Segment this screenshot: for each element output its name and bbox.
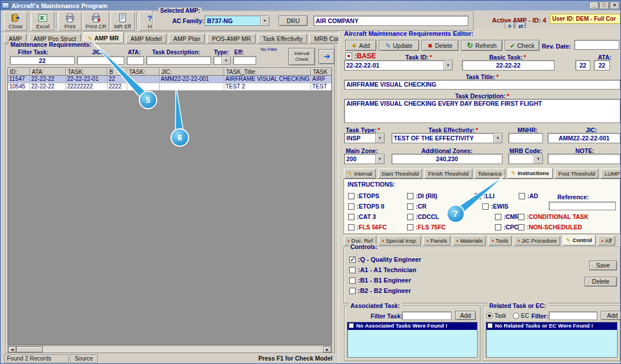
table-row[interactable]: 11547 22-22-22 22-22-22-01 22 AMM22-22-2…	[8, 76, 331, 83]
checkbox-di-rii[interactable]: :DI (RII)	[407, 192, 437, 199]
tab-jic-procedure[interactable]: ♦JIC Procedure	[514, 236, 560, 246]
checkbox-q-quality-engineer[interactable]: :Q - Quality Engineer	[349, 256, 421, 263]
grid-cell[interactable]: TEST	[311, 83, 332, 91]
filter-desc-input[interactable]	[146, 56, 211, 65]
filter-task-input[interactable]	[10, 56, 75, 65]
checkbox[interactable]	[407, 224, 413, 231]
title-bar[interactable]: Aircraft's Maintenance Program _ □ ✕	[1, 1, 620, 10]
print-cr-button[interactable]: Print CR	[83, 12, 109, 31]
scroll-left-button[interactable]: ◀	[8, 346, 16, 352]
tab-tolerance[interactable]: Tolerance	[475, 169, 505, 179]
tab-lump[interactable]: LUMP	[601, 169, 620, 179]
tab-tools[interactable]: ♦Tools	[489, 236, 512, 246]
grid-header-ata[interactable]: ATA:	[30, 68, 66, 76]
tab-instructions[interactable]: ✎Instructions	[508, 168, 553, 179]
mnhr-input[interactable]	[508, 133, 543, 143]
filter-eff-input[interactable]	[233, 56, 256, 65]
go-arrow-button[interactable]: ➔	[319, 49, 335, 64]
close-window-button[interactable]: ✕	[610, 2, 619, 9]
grid-cell[interactable]: 22222222	[66, 83, 108, 91]
checkbox[interactable]	[407, 203, 413, 210]
grid-cell[interactable]: 22-22-22	[30, 83, 66, 91]
filter-jic-input[interactable]	[77, 56, 124, 65]
print-button[interactable]: Print	[58, 12, 82, 31]
grid-cell[interactable]: AIRFRAME VISUAL CHECKING	[224, 76, 311, 83]
grid-header-b[interactable]: B	[108, 68, 127, 76]
checkbox-b1-engineer[interactable]: :B1 - B1 Engineer	[349, 277, 411, 284]
related-filter-input[interactable]	[549, 311, 597, 320]
refresh-button[interactable]: ↻Refresh	[461, 40, 502, 51]
related-ec-radio[interactable]: EC	[513, 312, 529, 319]
checkbox-cmr[interactable]: :CMR	[495, 213, 519, 220]
task-title-field[interactable]: AIRFRAME VISUAL CHECKING	[344, 80, 620, 90]
grid-horizontal-scrollbar[interactable]: ◀ ▶	[8, 346, 332, 353]
associated-add-button[interactable]: Add	[455, 311, 476, 320]
checkbox-ewis[interactable]: :EWIS	[482, 203, 508, 210]
effectivity-select[interactable]: TEST OF THE EFFECTIVITY ▼	[391, 133, 502, 143]
tab-interval[interactable]: ✎Interval	[344, 169, 376, 179]
tab-panels[interactable]: ♦Panels	[423, 236, 451, 246]
interval-check-button[interactable]: Interval Check	[289, 48, 315, 65]
scrollbar-thumb[interactable]	[16, 346, 43, 352]
rev-date-input[interactable]	[574, 40, 619, 50]
tab-post-threshold[interactable]: Post Threshold	[555, 169, 599, 179]
grid-cell[interactable]: 22-22-22-01	[66, 76, 108, 83]
checkbox[interactable]	[349, 288, 356, 294]
note-input[interactable]	[548, 154, 620, 164]
chevron-down-icon[interactable]: ▼	[375, 154, 384, 164]
scroll-right-button[interactable]: ▶	[323, 346, 331, 352]
radio-button[interactable]	[513, 313, 519, 319]
checkbox-conditional-task[interactable]: :CONDITIONAL TASK	[518, 213, 589, 220]
tab-pos-amp-mr[interactable]: POS-AMP MR	[207, 34, 255, 43]
checkbox[interactable]	[475, 193, 481, 199]
additional-zones-input[interactable]	[391, 154, 502, 164]
grid-header-task3[interactable]: TASK	[311, 68, 332, 76]
associated-task-list[interactable]: No Associated Tasks Were Found !	[347, 322, 478, 358]
grid-cell[interactable]: TEST 2	[224, 83, 311, 91]
tab-amp-plan[interactable]: AMP Plan	[169, 34, 205, 43]
tab-start-threshold[interactable]: Start Threshold	[378, 169, 423, 179]
grid-cell[interactable]: 10545	[8, 83, 30, 91]
chevron-down-icon[interactable]: ▼	[260, 16, 269, 25]
tab-task-effectivity[interactable]: Task Effectivity	[258, 34, 307, 43]
checkbox[interactable]	[519, 193, 525, 199]
checkbox-b2-engineer[interactable]: :B2 - B2 Engineer	[349, 287, 411, 294]
checkbox-non-scheduled[interactable]: :NON-SCHEDULED	[518, 224, 582, 231]
checkbox[interactable]	[349, 257, 356, 263]
checkbox-fls-56fc[interactable]: :FLS 56FC	[348, 224, 387, 231]
checkbox-etops[interactable]: :ETOPS	[348, 192, 379, 199]
filter-type-select[interactable]: ▼	[213, 56, 231, 65]
minimize-button[interactable]: _	[589, 2, 598, 9]
delete-button[interactable]: ✖Delete	[422, 40, 459, 51]
checkbox-a1-technician[interactable]: :A1 - A1 Technician	[349, 266, 416, 273]
checkbox[interactable]	[518, 214, 524, 220]
ata-section-field[interactable]: 22	[594, 60, 610, 70]
tab-amp-model[interactable]: AMP Model	[126, 34, 167, 43]
task-description-field[interactable]: AIRFRAME VISUAL CHECKING EVERY DAY BEFOR…	[344, 99, 620, 123]
checkbox[interactable]	[348, 203, 354, 210]
related-add-button[interactable]: Add	[601, 311, 621, 320]
grid-header-task[interactable]: TASK:	[66, 68, 108, 76]
update-button[interactable]: ✎Update	[379, 40, 419, 51]
grid-cell[interactable]: 22	[108, 76, 127, 83]
grid-cell[interactable]: AIRF	[311, 76, 332, 83]
checkbox-ad[interactable]: :AD	[519, 192, 538, 199]
chevron-down-icon[interactable]: ▼	[443, 61, 452, 70]
scrollbar-track[interactable]	[43, 346, 323, 352]
checkbox[interactable]	[407, 193, 413, 199]
grid-header-row[interactable]: ID: ATA: TASK: B TASK: JIC: TASK_Title: …	[8, 68, 331, 76]
source-tab[interactable]: Source	[70, 354, 98, 363]
checkbox-fls-75fc[interactable]: :FLS 75FC	[407, 224, 446, 231]
dru-button[interactable]: DRU	[279, 16, 308, 26]
chevron-down-icon[interactable]: ▼	[493, 133, 502, 143]
related-task-list[interactable]: No Related Tasks or EC Were Found !	[486, 322, 618, 358]
checkbox[interactable]	[407, 214, 413, 220]
ata-chapter-field[interactable]: 22	[575, 60, 590, 70]
tab-affect[interactable]: ♦Aff	[598, 236, 615, 246]
grid-cell[interactable]: 11547	[8, 76, 30, 83]
delete-task-button[interactable]: Delete	[585, 277, 617, 287]
checkbox-cat3[interactable]: :CAT 3	[348, 213, 376, 220]
maximize-button[interactable]: □	[600, 2, 609, 9]
grid-cell[interactable]: 22-22-22	[30, 76, 66, 83]
tab-control[interactable]: ✎Control	[563, 235, 596, 246]
